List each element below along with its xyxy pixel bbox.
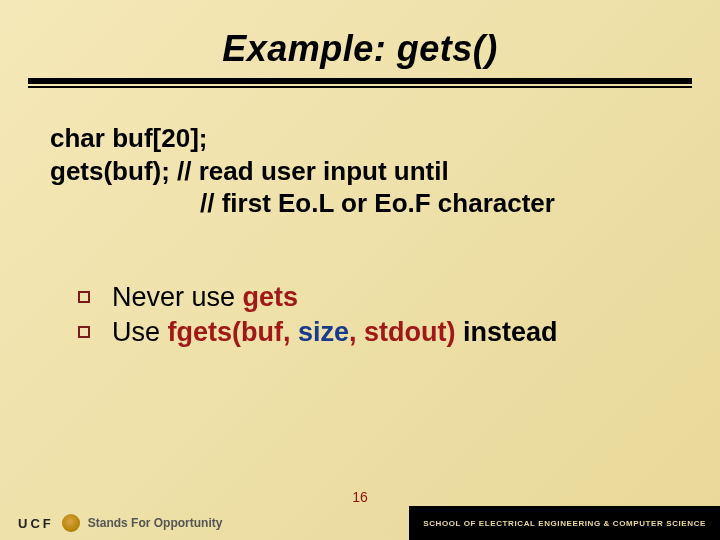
ucf-logo-text: UCF <box>18 516 54 531</box>
title-rule-thin <box>28 86 692 88</box>
list-item: Never use gets <box>78 280 670 315</box>
bullet-text: Use fgets(buf, size, stdout) instead <box>112 315 558 350</box>
square-bullet-icon <box>78 291 90 303</box>
title-area: Example: gets() <box>0 0 720 70</box>
slide-content: char buf[20]; gets(buf); // read user in… <box>0 84 720 350</box>
keyword-fgets-close: , stdout) <box>349 317 455 347</box>
footer-tagline: Stands For Opportunity <box>88 516 223 530</box>
title-rule <box>28 78 692 84</box>
bullet-text: Never use gets <box>112 280 298 315</box>
keyword-gets: gets <box>243 282 299 312</box>
text: instead <box>456 317 558 347</box>
bullet-list: Never use gets Use fgets(buf, size, stdo… <box>50 280 670 350</box>
code-block: char buf[20]; gets(buf); // read user in… <box>50 122 670 220</box>
text: Never use <box>112 282 243 312</box>
code-line-3: // first Eo.L or Eo.F character <box>50 187 670 220</box>
keyword-fgets-open: fgets(buf, <box>168 317 298 347</box>
code-line-1: char buf[20]; <box>50 122 670 155</box>
pegasus-icon <box>62 514 80 532</box>
footer-left: UCF Stands For Opportunity <box>0 514 222 532</box>
footer: UCF Stands For Opportunity SCHOOL OF ELE… <box>0 506 720 540</box>
slide-number: 16 <box>0 489 720 505</box>
list-item: Use fgets(buf, size, stdout) instead <box>78 315 670 350</box>
square-bullet-icon <box>78 326 90 338</box>
code-line-2: gets(buf); // read user input until <box>50 155 670 188</box>
keyword-size: size <box>298 317 349 347</box>
slide-title: Example: gets() <box>0 28 720 70</box>
text: Use <box>112 317 168 347</box>
footer-department: SCHOOL OF ELECTRICAL ENGINEERING & COMPU… <box>409 506 720 540</box>
